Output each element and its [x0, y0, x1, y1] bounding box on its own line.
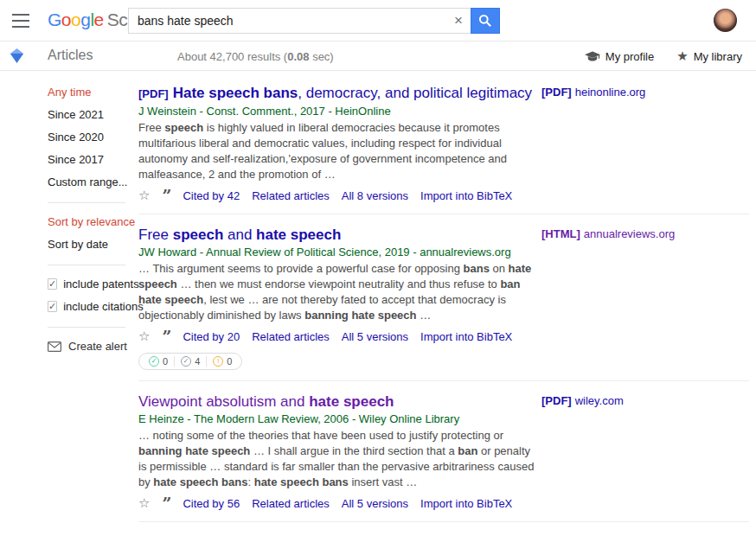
- import-bibtex-link[interactable]: Import into BibTeX: [420, 189, 512, 202]
- sidebar-divider: [48, 265, 125, 265]
- filter-since-2020[interactable]: Since 2020: [48, 131, 134, 144]
- menu-icon[interactable]: [12, 14, 29, 28]
- result-title[interactable]: Viewpoint absolutism and hate speech: [138, 392, 536, 411]
- result-authors: JW Howard - Annual Review of Political S…: [138, 246, 536, 258]
- save-star-icon[interactable]: ☆: [138, 188, 150, 203]
- all-versions-link[interactable]: All 8 versions: [342, 189, 408, 202]
- search-input[interactable]: [129, 14, 446, 28]
- my-library-label: My library: [694, 50, 742, 63]
- sidebar-divider: [48, 327, 125, 328]
- save-star-icon[interactable]: ☆: [138, 329, 150, 344]
- checkbox-icon: ✓: [48, 301, 57, 312]
- my-profile-link[interactable]: My profile: [585, 48, 654, 64]
- cite-icon[interactable]: ”: [162, 191, 170, 200]
- filter-custom-range[interactable]: Custom range...: [48, 175, 134, 188]
- scite-badge[interactable]: ✓ 0 ✓ 4 ! 0: [138, 353, 242, 370]
- results-list: [PDF]Hate speech bans, democracy, and po…: [138, 71, 749, 536]
- scite-mentioning: ✓ 4: [174, 356, 206, 367]
- star-icon: ★: [676, 48, 688, 64]
- search-result: Free speech and hate speech JW Howard - …: [138, 224, 749, 381]
- top-header: GoogleScholar ×: [0, 0, 756, 41]
- contrasting-icon: !: [213, 356, 223, 367]
- pdf-tag: [PDF]: [138, 87, 169, 100]
- include-citations-label: include citations: [63, 300, 144, 313]
- filters-sidebar: Any time Since 2021 Since 2020 Since 201…: [48, 86, 134, 353]
- result-authors: J Weinstein - Const. Comment., 2017 - He…: [138, 105, 536, 118]
- all-versions-link[interactable]: All 5 versions: [342, 330, 408, 343]
- save-star-icon[interactable]: ☆: [138, 495, 150, 511]
- result-sidelink[interactable]: [HTML]annualreviews.org: [541, 227, 675, 240]
- logo-letter: e: [94, 10, 104, 29]
- related-articles-link[interactable]: Related articles: [252, 497, 330, 510]
- results-toolbar: Articles About 42,700 results (0.08 sec)…: [0, 41, 756, 71]
- search-result: You can't stay here: The efficacy of red…: [138, 532, 749, 536]
- search-box: ×: [128, 8, 471, 34]
- result-snippet: … This argument seems to provide a power…: [138, 261, 536, 323]
- create-alert-label: Create alert: [68, 340, 127, 353]
- cited-by-link[interactable]: Cited by 20: [183, 330, 240, 343]
- cited-by-link[interactable]: Cited by 42: [183, 189, 240, 202]
- filter-since-2021[interactable]: Since 2021: [48, 108, 134, 121]
- result-authors: E Heinze - The Modern Law Review, 2006 -…: [138, 412, 536, 425]
- magnifier-icon: [478, 14, 492, 28]
- checkbox-icon: ✓: [48, 278, 57, 290]
- include-patents-label: include patents: [63, 278, 138, 290]
- tab-articles: Articles: [48, 48, 93, 63]
- graduation-cap-icon: [585, 50, 600, 63]
- scite-supporting: ✓ 0: [143, 356, 174, 367]
- import-bibtex-link[interactable]: Import into BibTeX: [420, 330, 512, 343]
- filter-any-time[interactable]: Any time: [48, 86, 134, 99]
- related-articles-link[interactable]: Related articles: [252, 189, 330, 202]
- avatar[interactable]: [714, 9, 737, 32]
- html-tag: [HTML]: [541, 227, 580, 240]
- result-sidelink[interactable]: [PDF]heinonline.org: [541, 86, 645, 99]
- logo-letter: o: [71, 10, 80, 29]
- search-result: [PDF]Hate speech bans, democracy, and po…: [138, 82, 749, 214]
- import-bibtex-link[interactable]: Import into BibTeX: [420, 497, 512, 510]
- result-sidelink[interactable]: [PDF]wiley.com: [541, 394, 624, 407]
- sidebar-divider: [48, 202, 125, 203]
- cite-icon[interactable]: ”: [162, 499, 170, 507]
- logo-letter: G: [48, 10, 61, 29]
- my-library-link[interactable]: ★ My library: [676, 48, 742, 64]
- pdf-tag: [PDF]: [541, 86, 572, 99]
- my-profile-label: My profile: [605, 50, 654, 63]
- extension-gem-icon[interactable]: [10, 48, 24, 67]
- logo-letter: g: [80, 10, 90, 29]
- cited-by-link[interactable]: Cited by 56: [183, 497, 240, 510]
- mentioning-icon: ✓: [181, 356, 191, 367]
- result-snippet: … noting some of the theories that have …: [138, 428, 536, 490]
- scite-contrasting: ! 0: [206, 356, 238, 367]
- cite-icon[interactable]: ”: [162, 332, 170, 341]
- supporting-check-icon: ✓: [149, 356, 159, 367]
- all-versions-link[interactable]: All 5 versions: [342, 497, 408, 510]
- filter-since-2017[interactable]: Since 2017: [48, 153, 134, 166]
- envelope-icon: [48, 341, 61, 352]
- create-alert-button[interactable]: Create alert: [48, 340, 134, 353]
- include-citations-checkbox[interactable]: ✓ include citations: [48, 300, 134, 313]
- pdf-tag: [PDF]: [541, 394, 572, 407]
- include-patents-checkbox[interactable]: ✓ include patents: [48, 278, 134, 290]
- clear-search-icon[interactable]: ×: [446, 9, 471, 33]
- logo-letter: o: [61, 10, 71, 29]
- related-articles-link[interactable]: Related articles: [252, 330, 330, 343]
- result-snippet: Free speech is highly valued in liberal …: [138, 120, 536, 182]
- search-button[interactable]: [471, 8, 500, 34]
- result-title[interactable]: Free speech and hate speech: [138, 226, 536, 244]
- sort-by-relevance[interactable]: Sort by relevance: [48, 215, 134, 228]
- results-stats: About 42,700 results (0.08 sec): [177, 50, 334, 63]
- result-title[interactable]: [PDF]Hate speech bans, democracy, and po…: [138, 84, 536, 103]
- sort-by-date[interactable]: Sort by date: [48, 238, 134, 251]
- search-result: Viewpoint absolutism and hate speech E H…: [138, 391, 749, 522]
